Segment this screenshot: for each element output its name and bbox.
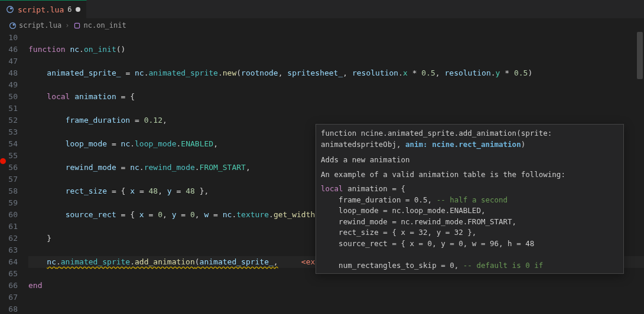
line-number[interactable]: 61 [0,221,18,233]
svg-rect-4 [74,23,79,28]
line-number[interactable]: 66 [0,280,18,292]
line-number[interactable]: 49 [0,79,18,91]
breadcrumb-file[interactable]: script.lua [19,21,61,30]
line-number[interactable]: 52 [0,115,18,126]
line-number[interactable]: 58 [0,185,18,197]
line-number[interactable]: 59 [0,197,18,209]
tab-problem-count: 6 [67,5,71,14]
svg-point-0 [7,6,14,13]
line-number[interactable]: 46 [0,44,18,55]
line-number[interactable]: 10 [0,32,18,44]
line-number[interactable]: 64 [0,256,18,268]
line-number[interactable]: 65 [0,268,18,280]
doc-example-code: local animation = { frame_duration = 0.5… [321,184,619,271]
tab-label: script.lua [18,5,64,14]
line-number[interactable]: 53 [0,126,18,138]
function-icon [73,21,81,30]
line-number[interactable]: 62 [0,233,18,244]
chevron-right-icon: › [65,21,69,30]
code-line: local animation = { [28,91,644,103]
doc-example-intro: An example of a valid animation table is… [321,169,619,181]
svg-point-3 [12,24,14,25]
vertical-scrollbar[interactable] [637,32,643,309]
lua-file-icon [6,5,14,14]
tab-script-lua[interactable]: script.lua 6 [0,0,87,18]
breadcrumb-symbol[interactable]: nc.on_init [83,21,126,30]
tab-bar: script.lua 6 [0,0,644,19]
line-number[interactable]: 54 [0,138,18,150]
line-number[interactable]: 68 [0,303,18,314]
svg-point-2 [9,22,15,28]
code-line: function nc.on_init() [28,44,644,55]
scroll-thumb[interactable] [637,32,643,79]
lua-file-icon [8,21,17,30]
line-number[interactable]: 51 [0,103,18,115]
line-number[interactable]: 67 [0,292,18,303]
unsaved-indicator-icon [76,7,80,12]
line-number[interactable]: 56 [0,162,18,174]
code-line: animated_sprite_ = nc.animated_sprite.ne… [28,67,644,79]
signature-help-popup: function ncine.animated_sprite.add_anima… [316,124,624,274]
line-number[interactable]: 57 [0,174,18,185]
line-number[interactable]: 55 [0,150,18,162]
svg-point-1 [10,8,12,10]
code-line [28,303,644,314]
line-number[interactable]: 47 [0,55,18,67]
line-number[interactable]: 50 [0,91,18,103]
line-number[interactable]: 48 [0,67,18,79]
line-number-gutter: 10 46 47 48 49 50 51 52 53 54 55 56 57 5… [0,32,28,314]
signature-text: function ncine.animated_sprite.add_anima… [321,128,619,150]
line-number[interactable]: 63 [0,244,18,256]
code-line: end [28,280,644,292]
breadcrumb[interactable]: script.lua › nc.on_init [0,19,644,32]
line-number[interactable]: 60 [0,209,18,221]
doc-summary: Adds a new animation [321,155,619,166]
